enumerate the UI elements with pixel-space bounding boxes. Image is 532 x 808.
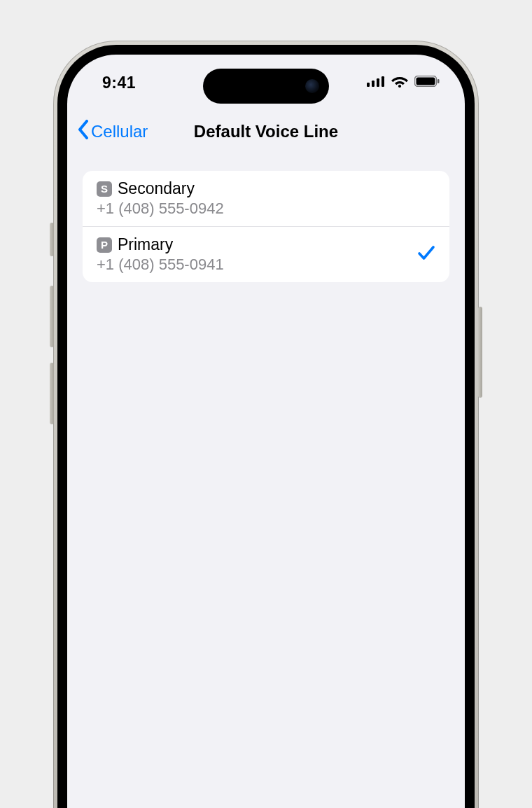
phone-bezel: 9:41 — [57, 45, 475, 808]
line-name-label: Secondary — [118, 179, 195, 199]
svg-point-4 — [398, 85, 401, 88]
svg-rect-7 — [438, 79, 440, 83]
status-indicators — [367, 75, 440, 90]
volume-down-button — [50, 363, 54, 424]
checkmark-icon — [417, 244, 435, 264]
sim-badge-icon: P — [97, 237, 112, 253]
navigation-bar: Cellular Default Voice Line — [67, 111, 465, 153]
content-area: S Secondary +1 (408) 555-0942 P Primary — [67, 153, 465, 282]
phone-device-frame: 9:41 — [53, 41, 479, 808]
voice-line-option-primary[interactable]: P Primary +1 (408) 555-0941 — [83, 226, 449, 282]
dynamic-island — [203, 69, 329, 104]
line-number-label: +1 (408) 555-0941 — [97, 256, 410, 274]
svg-rect-0 — [367, 83, 370, 87]
voice-line-option-secondary[interactable]: S Secondary +1 (408) 555-0942 — [83, 171, 449, 226]
row-text: S Secondary +1 (408) 555-0942 — [97, 179, 435, 218]
line-number-label: +1 (408) 555-0942 — [97, 200, 435, 218]
chevron-left-icon — [77, 120, 90, 144]
svg-rect-6 — [416, 78, 435, 85]
svg-rect-2 — [377, 78, 379, 87]
cellular-signal-icon — [367, 76, 385, 90]
sim-badge-icon: S — [97, 181, 112, 197]
volume-up-button — [50, 286, 54, 347]
battery-icon — [414, 76, 440, 90]
screen: 9:41 — [67, 55, 465, 808]
back-button[interactable]: Cellular — [77, 120, 148, 144]
side-button — [478, 307, 482, 398]
status-time: 9:41 — [102, 74, 136, 92]
page-title: Default Voice Line — [194, 122, 338, 141]
svg-rect-1 — [372, 81, 374, 87]
silence-switch — [50, 223, 54, 256]
line-name-label: Primary — [118, 235, 173, 255]
wifi-icon — [391, 75, 408, 90]
voice-line-list: S Secondary +1 (408) 555-0942 P Primary — [83, 171, 449, 282]
svg-rect-3 — [382, 76, 384, 87]
row-text: P Primary +1 (408) 555-0941 — [97, 235, 410, 274]
back-label: Cellular — [91, 122, 148, 141]
